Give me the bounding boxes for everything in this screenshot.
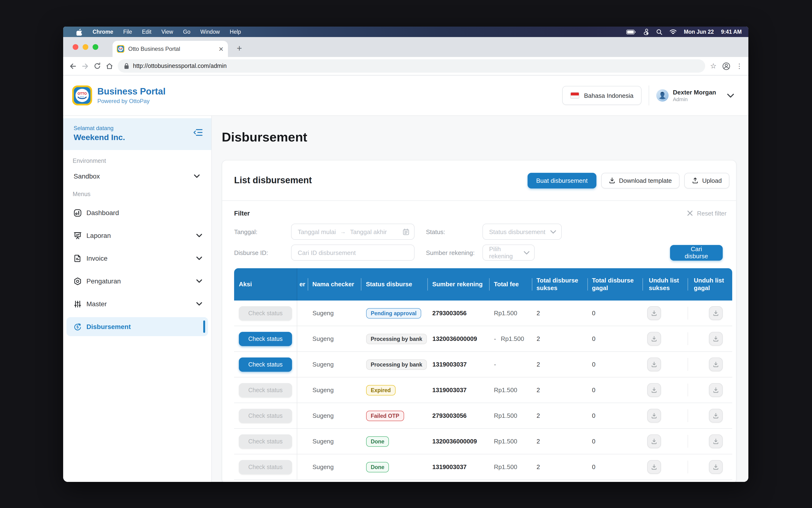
- download-sukses-button[interactable]: [647, 434, 661, 448]
- sidebar-item-pengaturan[interactable]: Pengaturan: [67, 271, 208, 291]
- new-tab-button[interactable]: +: [233, 42, 246, 55]
- check-status-button[interactable]: Check status: [239, 460, 292, 474]
- header-total-disburse-gagal: Total disburse gagal: [587, 268, 643, 300]
- menu-chrome[interactable]: Chrome: [93, 29, 113, 35]
- cell-total-fee: -: [489, 361, 532, 368]
- menu-view[interactable]: View: [162, 29, 173, 35]
- sliders-icon: [74, 300, 82, 308]
- bookmark-star-icon[interactable]: ☆: [710, 62, 717, 70]
- search-disburse-button[interactable]: Cari disburse: [670, 245, 723, 260]
- download-gagal-button[interactable]: [709, 357, 723, 371]
- cell-total-disburse-sukses: 2: [532, 386, 587, 393]
- menu-bar-date: Mon Jun 22: [684, 29, 714, 35]
- check-status-button[interactable]: Check status: [239, 332, 292, 346]
- profile-icon[interactable]: [722, 62, 730, 70]
- download-sukses-button[interactable]: [647, 306, 661, 320]
- indonesia-flag-icon: [570, 92, 579, 99]
- chevron-down-icon[interactable]: [727, 93, 734, 97]
- reload-icon[interactable]: [93, 62, 101, 70]
- check-status-button[interactable]: Check status: [239, 357, 292, 372]
- page-title: Disbursement: [222, 130, 749, 145]
- check-status-button[interactable]: Check status: [239, 434, 292, 449]
- sidebar-item-invoice[interactable]: Invoice: [67, 249, 208, 268]
- address-bar[interactable]: http://ottobusinessportal.com/admin: [118, 59, 705, 73]
- download-sukses-button[interactable]: [647, 409, 661, 423]
- browser-menu-icon[interactable]: ⋮: [736, 62, 743, 70]
- wifi-icon[interactable]: [670, 29, 677, 34]
- check-status-button[interactable]: Check status: [239, 383, 292, 397]
- status-badge: Done: [366, 462, 389, 472]
- cell-status-disburse: Failed OTP: [361, 411, 427, 421]
- tab-strip: Otto Business Portal ✕ +: [63, 37, 749, 57]
- browser-tab[interactable]: Otto Business Portal ✕: [113, 41, 228, 57]
- menu-file[interactable]: File: [123, 29, 132, 35]
- reset-filter-button[interactable]: Reset filter: [687, 210, 727, 217]
- environment-selector[interactable]: Sandbox: [74, 169, 206, 183]
- back-icon[interactable]: [69, 62, 77, 70]
- cell-total-disburse-sukses: 2: [532, 335, 587, 342]
- status-placeholder: Status disbursement: [489, 228, 545, 235]
- header-divider: [649, 85, 649, 105]
- disburse-id-input[interactable]: [291, 245, 415, 261]
- cell-unduh-sukses: [643, 377, 688, 403]
- apple-menu-icon[interactable]: [77, 28, 83, 35]
- download-template-button[interactable]: Download template: [601, 173, 680, 188]
- download-icon: [713, 413, 719, 419]
- sidebar-item-laporan[interactable]: Laporan: [67, 226, 208, 245]
- check-status-button[interactable]: Check status: [239, 306, 292, 320]
- download-icon: [651, 387, 657, 393]
- menu-go[interactable]: Go: [183, 29, 190, 35]
- cell-unduh-gagal: [688, 429, 732, 454]
- sidebar-item-dashboard[interactable]: Dashboard: [67, 203, 208, 222]
- spotlight-search-icon[interactable]: [656, 29, 663, 35]
- fee-dash: -: [494, 361, 496, 368]
- menu-edit[interactable]: Edit: [142, 29, 152, 35]
- language-selector-button[interactable]: Bahasa Indonesia: [562, 86, 642, 105]
- sidebar-item-label: Invoice: [86, 254, 108, 262]
- collapse-sidebar-icon[interactable]: [193, 129, 203, 136]
- download-sukses-button[interactable]: [647, 357, 661, 371]
- sidebar-item-disbursement[interactable]: $ Disbursement: [67, 317, 208, 336]
- sidebar-menu: Dashboard Laporan Invoice: [67, 203, 208, 336]
- tab-close-icon[interactable]: ✕: [218, 46, 224, 52]
- status-badge: Processing by bank: [366, 359, 427, 370]
- user-menu[interactable]: Dexter Morgan Admin: [656, 89, 734, 102]
- download-sukses-button[interactable]: [647, 332, 661, 346]
- cell-unduh-gagal: [688, 377, 732, 403]
- download-sukses-button[interactable]: [647, 460, 661, 474]
- cell-total-disburse-sukses: 2: [532, 309, 587, 317]
- menu-help[interactable]: Help: [230, 29, 241, 35]
- minimize-window-button[interactable]: [83, 44, 88, 50]
- svg-text:OTTO: OTTO: [78, 92, 87, 95]
- fee-dash: -: [494, 335, 496, 342]
- check-status-button[interactable]: Check status: [239, 409, 292, 423]
- browser-toolbar: http://ottobusinessportal.com/admin ☆ ⋮: [63, 57, 749, 76]
- download-gagal-button[interactable]: [709, 409, 723, 423]
- cell-nama-checker: Sugeng: [308, 386, 361, 393]
- download-gagal-button[interactable]: [709, 460, 723, 474]
- status-select[interactable]: Status disbursement: [482, 224, 562, 240]
- download-gagal-button[interactable]: [709, 434, 723, 448]
- cell-unduh-gagal: [688, 454, 732, 479]
- sumber-rekening-label: Sumber rekening:: [426, 249, 482, 256]
- download-sukses-button[interactable]: [647, 383, 661, 397]
- user-switch-icon[interactable]: [643, 28, 649, 35]
- download-gagal-button[interactable]: [709, 306, 723, 320]
- cell-sumber-rekening: 1320036000009: [428, 438, 489, 445]
- header-sumber-rekening: Sumber rekening: [427, 268, 489, 300]
- download-icon: [713, 361, 719, 368]
- maximize-window-button[interactable]: [93, 44, 98, 50]
- create-disbursement-button[interactable]: Buat disbursement: [527, 173, 596, 188]
- date-range-input[interactable]: Tanggal mulai → Tanggal akhir: [291, 224, 415, 240]
- close-window-button[interactable]: [73, 44, 78, 50]
- download-gagal-button[interactable]: [709, 332, 723, 346]
- download-gagal-button[interactable]: [709, 383, 723, 397]
- home-icon[interactable]: [105, 62, 114, 70]
- menu-window[interactable]: Window: [200, 29, 220, 35]
- chevron-down-icon: [524, 251, 529, 254]
- upload-button[interactable]: Upload: [684, 173, 729, 188]
- rekening-select[interactable]: Pilih rekening: [482, 245, 535, 261]
- sidebar-item-master[interactable]: Master: [67, 294, 208, 313]
- forward-icon[interactable]: [81, 62, 89, 70]
- cell-sumber-rekening: 2793003056: [428, 309, 489, 317]
